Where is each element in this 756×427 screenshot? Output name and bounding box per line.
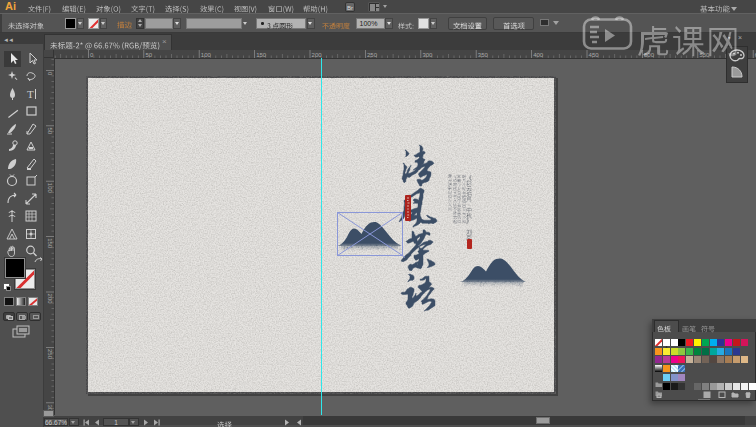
svg-text:250: 250 bbox=[47, 349, 53, 360]
svg-text:200: 200 bbox=[47, 294, 53, 305]
svg-text:T: T bbox=[27, 88, 34, 100]
svg-text:150: 150 bbox=[47, 238, 53, 249]
svg-text:100: 100 bbox=[47, 183, 53, 194]
svg-text:50: 50 bbox=[47, 127, 53, 134]
